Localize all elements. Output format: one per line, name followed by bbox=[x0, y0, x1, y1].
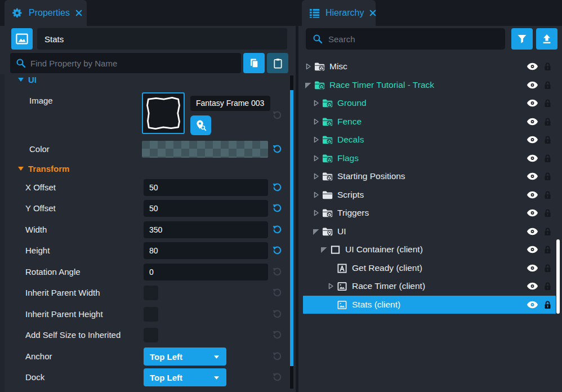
tab-hierarchy[interactable]: Hierarchy bbox=[302, 0, 376, 26]
tree-item-triggers[interactable]: Triggers bbox=[303, 204, 556, 222]
chevron-right-icon[interactable] bbox=[312, 209, 321, 217]
width-input[interactable] bbox=[144, 221, 268, 238]
eye-icon[interactable] bbox=[527, 300, 538, 309]
eye-icon[interactable] bbox=[527, 172, 538, 181]
image-asset-name[interactable]: Fantasy Frame 003 bbox=[190, 96, 270, 111]
eye-icon[interactable] bbox=[527, 154, 538, 163]
tree-item-decals[interactable]: Decals bbox=[303, 131, 556, 149]
lock-icon[interactable] bbox=[543, 226, 552, 237]
lock-icon[interactable] bbox=[543, 171, 552, 181]
lock-icon[interactable] bbox=[543, 61, 552, 72]
tree-item-misc[interactable]: Misc bbox=[303, 57, 556, 76]
chevron-right-icon[interactable] bbox=[312, 172, 321, 180]
eye-icon[interactable] bbox=[527, 264, 538, 273]
arrow-slot-empty bbox=[327, 301, 336, 309]
hierarchy-panel: Hierarchy Misc Race Timer Tutorial - Tra… bbox=[298, 0, 562, 392]
hierarchy-scrollbar-thumb[interactable] bbox=[556, 239, 560, 314]
anchor-dropdown[interactable]: Top Left bbox=[144, 348, 226, 366]
paste-properties-button[interactable] bbox=[267, 53, 288, 73]
eye-icon[interactable] bbox=[527, 227, 538, 236]
lock-icon[interactable] bbox=[543, 98, 552, 108]
lock-icon[interactable] bbox=[543, 281, 552, 291]
close-icon[interactable] bbox=[369, 10, 376, 16]
height-input[interactable] bbox=[144, 242, 268, 259]
lock-icon[interactable] bbox=[543, 244, 552, 255]
rotation-input[interactable] bbox=[144, 264, 268, 280]
chevron-right-icon[interactable] bbox=[327, 282, 336, 290]
tree-item-starting-positions[interactable]: Starting Positions bbox=[303, 167, 556, 186]
filter-button[interactable] bbox=[511, 28, 533, 50]
y-offset-input[interactable] bbox=[144, 200, 268, 217]
lock-locked-icon[interactable] bbox=[543, 300, 552, 310]
eye-icon[interactable] bbox=[527, 117, 538, 126]
chevron-expanded-icon[interactable] bbox=[320, 246, 329, 253]
tree-item-scripts[interactable]: Scripts bbox=[303, 186, 556, 204]
lock-icon[interactable] bbox=[543, 135, 552, 145]
tree-item-flags[interactable]: Flags bbox=[303, 149, 556, 168]
chevron-right-icon[interactable] bbox=[312, 191, 321, 199]
eye-icon[interactable] bbox=[527, 208, 538, 217]
lock-icon[interactable] bbox=[543, 117, 552, 127]
chevron-right-icon[interactable] bbox=[312, 136, 321, 144]
tree-item-get-ready[interactable]: Get Ready (client) bbox=[303, 259, 556, 278]
lock-icon[interactable] bbox=[543, 153, 552, 163]
reset-y-offset-button[interactable] bbox=[273, 203, 282, 213]
x-offset-label: X Offset bbox=[25, 179, 56, 196]
find-asset-button[interactable] bbox=[190, 115, 211, 135]
object-type-image-button[interactable] bbox=[11, 28, 33, 50]
chevron-right-icon[interactable] bbox=[312, 99, 321, 107]
eye-icon[interactable] bbox=[527, 282, 538, 291]
tree-item-label: Scripts bbox=[337, 190, 364, 200]
search-icon bbox=[16, 58, 26, 68]
eye-icon[interactable] bbox=[527, 245, 538, 254]
property-search-input[interactable] bbox=[30, 53, 237, 73]
hierarchy-search-box[interactable] bbox=[306, 28, 505, 50]
chevron-right-icon[interactable] bbox=[312, 118, 321, 126]
eye-icon[interactable] bbox=[527, 99, 538, 108]
section-ui[interactable]: UI bbox=[18, 75, 37, 84]
folder-cube-icon bbox=[322, 98, 333, 108]
inherit-parent-width-checkbox[interactable] bbox=[144, 286, 158, 300]
tree-item-race-timer-tutorial-track[interactable]: Race Timer Tutorial - Track bbox=[303, 76, 556, 95]
section-transform[interactable]: Transform bbox=[18, 164, 69, 173]
lock-icon[interactable] bbox=[543, 80, 552, 90]
tree-item-stats-selected[interactable]: Stats (client) bbox=[303, 296, 556, 314]
inherit-parent-height-checkbox[interactable] bbox=[144, 307, 158, 322]
copy-properties-button[interactable] bbox=[243, 53, 265, 73]
reset-width-button[interactable] bbox=[273, 225, 282, 234]
tree-item-race-timer[interactable]: Race Timer (client) bbox=[303, 277, 556, 296]
export-button[interactable] bbox=[536, 28, 557, 50]
close-icon[interactable] bbox=[75, 10, 82, 16]
reset-color-button[interactable] bbox=[273, 144, 282, 154]
x-offset-input[interactable] bbox=[144, 179, 268, 196]
eye-icon[interactable] bbox=[527, 135, 538, 144]
tab-properties[interactable]: Properties bbox=[5, 0, 87, 26]
eye-icon[interactable] bbox=[527, 81, 538, 90]
object-name-input[interactable] bbox=[37, 28, 287, 50]
dock-dropdown[interactable]: Top Left bbox=[144, 368, 226, 386]
reset-height-button[interactable] bbox=[273, 246, 282, 255]
properties-scrollbar-thumb[interactable] bbox=[290, 90, 293, 366]
chevron-right-icon[interactable] bbox=[312, 154, 321, 162]
property-search-box[interactable] bbox=[10, 53, 241, 73]
eye-icon[interactable] bbox=[527, 190, 538, 199]
reset-x-offset-button[interactable] bbox=[273, 182, 282, 192]
y-offset-row: Y Offset bbox=[0, 200, 296, 217]
lock-icon[interactable] bbox=[543, 190, 552, 200]
tree-item-ground[interactable]: Ground bbox=[303, 94, 556, 113]
reset-add-self-size-button bbox=[273, 330, 282, 340]
add-self-size-checkbox[interactable] bbox=[144, 328, 158, 342]
tree-item-ui[interactable]: UI bbox=[303, 222, 556, 241]
lock-icon[interactable] bbox=[543, 208, 552, 218]
chevron-expanded-icon[interactable] bbox=[304, 81, 313, 89]
lock-icon[interactable] bbox=[543, 263, 552, 273]
image-thumbnail[interactable] bbox=[142, 92, 185, 134]
eye-icon[interactable] bbox=[527, 62, 538, 71]
color-swatch[interactable] bbox=[142, 141, 268, 158]
chevron-right-icon[interactable] bbox=[304, 63, 313, 70]
tree-item-ui-container[interactable]: UI Container (client) bbox=[303, 240, 556, 259]
hierarchy-search-input[interactable] bbox=[328, 28, 497, 50]
ui-text-icon bbox=[337, 263, 347, 273]
tree-item-fence[interactable]: Fence bbox=[303, 113, 556, 131]
chevron-expanded-icon[interactable] bbox=[312, 228, 321, 235]
